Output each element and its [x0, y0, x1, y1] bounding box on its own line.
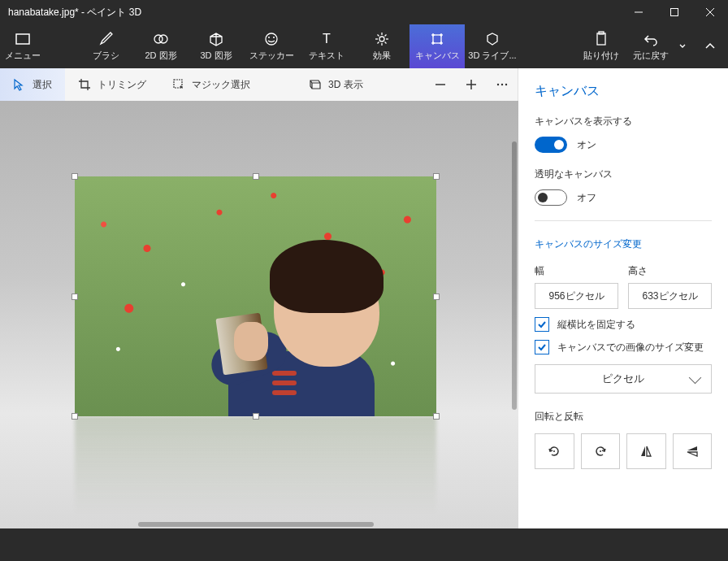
- undo-dropdown[interactable]: [673, 24, 692, 68]
- brush-tab[interactable]: ブラシ: [78, 24, 133, 68]
- canvas-label: キャンバス: [415, 50, 460, 62]
- text-label: テキスト: [309, 50, 344, 62]
- flip-vertical-button[interactable]: [673, 433, 713, 469]
- flip-horizontal-button[interactable]: [626, 433, 666, 469]
- undo-label: 元に戻す: [633, 50, 669, 62]
- svg-rect-1: [671, 9, 678, 16]
- sticker-label: ステッカー: [249, 50, 294, 62]
- text-tab[interactable]: T テキスト: [299, 24, 354, 68]
- transparent-label: 透明なキャンバス: [535, 167, 712, 181]
- resize-image-label: キャンバスでの画像のサイズ変更: [557, 341, 704, 354]
- check-icon: [535, 317, 549, 332]
- svg-point-38: [553, 450, 555, 452]
- width-input[interactable]: [535, 283, 618, 309]
- svg-line-16: [378, 35, 379, 37]
- scrollbar-horizontal[interactable]: [138, 522, 374, 527]
- width-label: 幅: [535, 264, 618, 278]
- select-label: 選択: [32, 78, 52, 92]
- svg-point-39: [600, 450, 601, 452]
- undo-button[interactable]: 元に戻す: [629, 24, 673, 68]
- menu-button[interactable]: メニュー: [0, 24, 46, 68]
- svg-point-35: [497, 84, 499, 85]
- shape3d-label: 3D 図形: [200, 50, 232, 62]
- shape2d-tab[interactable]: 2D 図形: [133, 24, 188, 68]
- effects-label: 効果: [373, 50, 391, 62]
- resize-image-checkbox[interactable]: キャンバスでの画像のサイズ変更: [535, 340, 712, 354]
- lock-aspect-checkbox[interactable]: 縦横比を固定する: [535, 317, 712, 332]
- collapse-ribbon[interactable]: [692, 24, 728, 68]
- svg-rect-29: [597, 33, 605, 45]
- titlebar: hanabatake.jpg* - ペイント 3D: [0, 0, 728, 24]
- minimize-button[interactable]: [621, 0, 656, 24]
- library3d-tab[interactable]: 3D ライブ...: [465, 24, 520, 68]
- svg-point-6: [159, 35, 167, 43]
- canvas-reflection: [75, 416, 436, 514]
- handle-top-mid[interactable]: [253, 173, 259, 180]
- handle-top-right[interactable]: [433, 173, 440, 180]
- canvas-selection[interactable]: [75, 176, 436, 416]
- svg-line-19: [378, 42, 379, 44]
- toggle-on-label: オン: [577, 138, 596, 152]
- shape3d-tab[interactable]: 3D 図形: [188, 24, 244, 68]
- height-label: 高さ: [628, 264, 712, 278]
- paste-button[interactable]: 貼り付け: [574, 24, 629, 68]
- unit-value: ピクセル: [602, 372, 644, 386]
- zoom-out-button[interactable]: [425, 68, 456, 101]
- view3d-label: 3D 表示: [328, 78, 363, 92]
- height-input[interactable]: [628, 283, 712, 309]
- canvas-tab[interactable]: キャンバス: [410, 24, 465, 68]
- svg-rect-4: [16, 34, 29, 44]
- ribbon: メニュー ブラシ 2D 図形 3D 図形 ステッカー T テキスト 効果 キャン…: [0, 24, 728, 68]
- toolbar: 選択 トリミング マジック選択 3D 表示: [0, 68, 518, 101]
- close-button[interactable]: [692, 0, 728, 24]
- svg-point-37: [505, 84, 507, 85]
- side-panel: キャンバス キャンバスを表示する オン 透明なキャンバス オフ キャンバスのサイ…: [518, 68, 728, 528]
- rotate-flip-label: 回転と反転: [535, 410, 712, 424]
- sticker-tab[interactable]: ステッカー: [244, 24, 299, 68]
- view3d-tool[interactable]: 3D 表示: [296, 68, 376, 101]
- menu-label: メニュー: [5, 50, 41, 62]
- svg-line-17: [385, 42, 387, 44]
- handle-bot-right[interactable]: [433, 413, 440, 420]
- handle-bot-mid[interactable]: [253, 413, 259, 420]
- select-tool[interactable]: 選択: [0, 68, 65, 101]
- resize-label: キャンバスのサイズ変更: [535, 237, 712, 251]
- magic-label: マジック選択: [192, 78, 250, 92]
- scrollbar-vertical[interactable]: [512, 141, 517, 410]
- zoom-in-button[interactable]: [456, 68, 487, 101]
- lock-aspect-label: 縦横比を固定する: [557, 318, 635, 332]
- svg-point-9: [273, 37, 275, 38]
- canvas-area[interactable]: 選択 トリミング マジック選択 3D 表示: [0, 68, 518, 528]
- window-title: hanabatake.jpg* - ペイント 3D: [0, 6, 621, 20]
- handle-mid-right[interactable]: [433, 294, 440, 300]
- svg-point-36: [501, 84, 503, 85]
- rotate-cw-button[interactable]: [581, 433, 621, 469]
- effects-tab[interactable]: 効果: [354, 24, 410, 68]
- show-canvas-label: キャンバスを表示する: [535, 115, 712, 128]
- transparent-toggle[interactable]: [535, 189, 567, 206]
- paste-label: 貼り付け: [583, 50, 619, 62]
- rotate-ccw-button[interactable]: [535, 433, 574, 469]
- check-icon: [535, 340, 549, 354]
- handle-bot-left[interactable]: [72, 413, 78, 420]
- crop-label: トリミング: [98, 78, 146, 92]
- maximize-button[interactable]: [656, 0, 692, 24]
- svg-point-8: [268, 37, 270, 38]
- brush-label: ブラシ: [93, 50, 119, 62]
- toggle-off-label: オフ: [577, 191, 596, 205]
- panel-title: キャンバス: [535, 83, 712, 100]
- library3d-label: 3D ライブ...: [468, 50, 516, 62]
- handle-mid-left[interactable]: [72, 294, 78, 300]
- magic-select-tool[interactable]: マジック選択: [159, 68, 263, 101]
- svg-line-18: [385, 35, 387, 37]
- divider: [535, 220, 712, 221]
- svg-text:T: T: [323, 32, 331, 46]
- handle-top-left[interactable]: [72, 173, 78, 180]
- more-button[interactable]: [487, 68, 518, 101]
- svg-point-5: [154, 35, 162, 43]
- show-canvas-toggle[interactable]: [535, 137, 567, 153]
- svg-rect-20: [433, 35, 441, 43]
- crop-tool[interactable]: トリミング: [65, 68, 159, 101]
- svg-point-11: [379, 37, 384, 41]
- unit-select[interactable]: ピクセル: [535, 364, 712, 394]
